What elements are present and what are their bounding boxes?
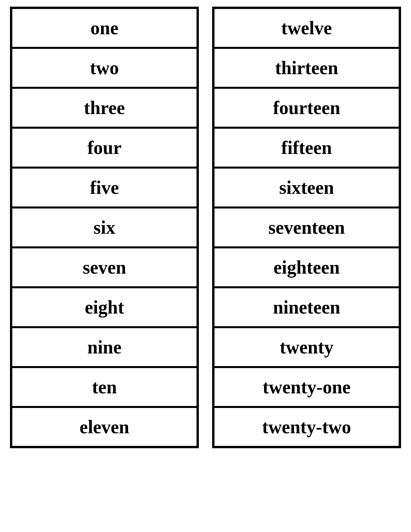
list-item: fifteen: [213, 128, 400, 168]
right-column: twelvethirteenfourteenfifteensixteenseve…: [212, 7, 401, 448]
list-item: seven: [11, 247, 198, 287]
list-item: twenty: [213, 327, 400, 367]
word-label: fourteen: [273, 97, 340, 118]
word-label: twelve: [281, 17, 332, 39]
list-item: five: [11, 168, 198, 207]
left-column: onetwothreefourfivesixseveneightninetene…: [10, 7, 199, 448]
word-label: eleven: [79, 416, 129, 438]
page-container: onetwothreefourfivesixseveneightninetene…: [10, 7, 401, 448]
list-item: twenty-one: [213, 367, 400, 407]
word-label: sixteen: [279, 177, 334, 198]
word-label: fifteen: [281, 137, 332, 158]
word-label: twenty-two: [262, 416, 351, 438]
word-label: nine: [87, 336, 122, 358]
list-item: three: [11, 88, 198, 128]
list-item: six: [11, 207, 198, 247]
list-item: seventeen: [213, 207, 400, 247]
list-item: sixteen: [213, 168, 400, 207]
list-item: twenty-two: [213, 407, 400, 447]
list-item: one: [11, 8, 198, 48]
list-item: fourteen: [213, 88, 400, 128]
list-item: eighteen: [213, 247, 400, 287]
word-label: twenty-one: [263, 376, 350, 398]
list-item: eight: [11, 287, 198, 327]
word-label: three: [84, 97, 125, 118]
list-item: nine: [11, 327, 198, 367]
list-item: thirteen: [213, 48, 400, 88]
list-item: twelve: [213, 8, 400, 48]
word-label: seventeen: [268, 217, 345, 238]
list-item: ten: [11, 367, 198, 407]
word-label: thirteen: [275, 57, 338, 78]
word-label: four: [87, 137, 122, 158]
word-label: twenty: [280, 336, 334, 358]
word-label: six: [93, 217, 115, 238]
word-label: ten: [92, 376, 117, 398]
word-label: five: [90, 177, 119, 198]
word-label: nineteen: [273, 297, 340, 318]
list-item: two: [11, 48, 198, 88]
word-label: two: [90, 57, 119, 78]
word-label: eighteen: [273, 257, 340, 278]
word-label: eight: [85, 297, 124, 318]
word-label: seven: [83, 257, 126, 278]
list-item: nineteen: [213, 287, 400, 327]
list-item: four: [11, 128, 198, 168]
list-item: eleven: [11, 407, 198, 447]
word-label: one: [90, 17, 118, 39]
